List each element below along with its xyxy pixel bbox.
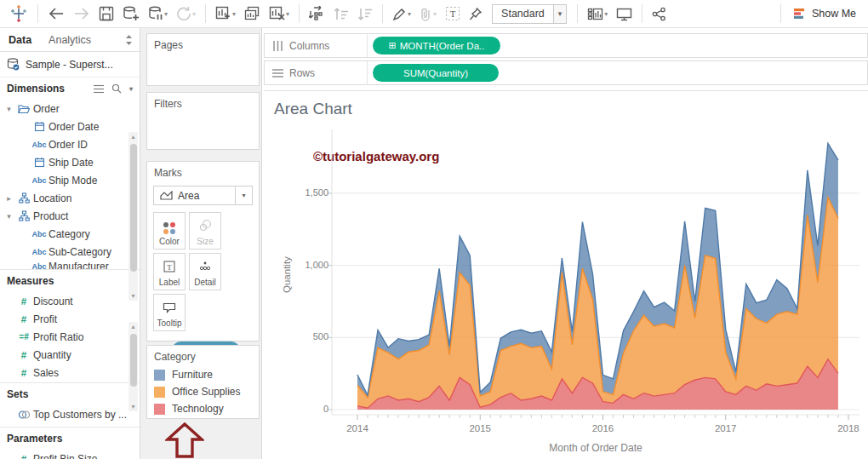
dimensions-menu-caret-icon[interactable]: ▾ [129,85,133,93]
expand-caret-icon[interactable]: ▾ [3,212,14,221]
y-tick-label: 1,500 [284,187,328,198]
columns-pill[interactable]: ⊞ MONTH(Order Da.. [373,37,500,55]
dimension-item[interactable]: AbcOrder ID [0,135,140,153]
columns-pill-label: MONTH(Order Da.. [400,41,485,51]
fit-dropdown-value[interactable]: Standard [493,5,553,23]
undo-button[interactable] [43,3,69,25]
share-button[interactable] [648,3,671,25]
dimension-item[interactable]: ▾Order [0,100,140,118]
measure-item[interactable]: #Profit [0,310,140,328]
datasource-row[interactable]: Sample - Superst... [0,52,140,77]
mark-type-caret-icon[interactable]: ▾ [235,186,252,204]
search-icon[interactable] [111,83,122,94]
dimension-item[interactable]: AbcShip Mode [0,171,140,189]
dimension-item[interactable]: AbcSub-Category [0,243,140,261]
cards-panel: Pages Filters Marks Area ▾ ColorSizeTLab… [140,28,262,459]
x-tick-label: 2016 [584,423,621,433]
parameter-item[interactable]: #Profit Bin Size [0,450,140,459]
new-worksheet-caret-icon[interactable]: ▾ [232,10,236,18]
view-options-icon[interactable] [94,84,104,94]
set-item[interactable]: Top Customers by ... [0,405,140,423]
rows-pill[interactable]: SUM(Quantity) [373,64,499,82]
expand-caret-icon[interactable]: ▸ [3,194,14,203]
calendar-icon [30,121,49,132]
pause-updates-caret-icon[interactable]: ▾ [164,10,168,18]
dimension-item[interactable]: AbcManufacturer [0,261,140,269]
sets-header-label: Sets [7,388,28,400]
field-label: Product [33,210,68,222]
rows-shelf[interactable]: Rows SUM(Quantity) [264,60,868,85]
scroll-up-icon[interactable]: ▲ [128,324,138,330]
refresh-caret-icon: ▾ [192,10,196,18]
area-mark-icon [160,191,173,200]
swap-rows-columns-button[interactable] [305,3,329,25]
legend-item[interactable]: Technology [147,400,259,417]
legend-swatch [154,387,165,398]
add-data-source-button[interactable] [118,3,144,25]
field-label: Sub-Category [49,246,111,258]
color-button[interactable]: Color [153,212,186,250]
highlight-button[interactable]: ▾ [388,3,415,25]
tab-analytics[interactable]: Analytics [40,28,100,51]
tooltip-button[interactable]: Tooltip [153,294,186,331]
rows-icon [272,68,283,78]
fix-axes-button[interactable] [465,3,487,25]
dimension-item[interactable]: Ship Date [0,153,140,171]
scrollbar-thumb[interactable] [130,144,137,272]
measure-item[interactable]: #Discount [0,292,140,310]
mark-type-dropdown[interactable]: Area ▾ [153,186,253,205]
field-label: Discount [33,295,73,307]
presentation-mode-button[interactable] [612,3,637,25]
area-chart-plot[interactable] [325,129,859,424]
dimensions-scrollbar[interactable]: ▲ ▼ [128,132,138,301]
field-label: Category [49,228,90,240]
toolbar-separator [205,4,206,23]
refresh-button[interactable]: ▾ [172,3,200,25]
clear-sheet-button[interactable]: ▾ [265,3,294,25]
dimension-item[interactable]: ▸Location [0,189,140,207]
tab-data[interactable]: Data [0,28,40,51]
text-label-button[interactable]: T [441,3,465,25]
measures-scrollbar[interactable]: ▲ ▼ [128,322,138,411]
clear-sheet-caret-icon[interactable]: ▾ [286,10,289,18]
redo-button[interactable] [69,3,94,25]
color-dots-icon [163,222,175,234]
show-hide-cards-caret-icon[interactable]: ▾ [604,10,608,18]
legend-label: Office Supplies [172,386,241,398]
fit-dropdown-caret-icon[interactable]: ▾ [553,5,567,23]
show-me-button[interactable]: Show Me [786,8,863,20]
calendar-icon [30,157,49,168]
dimension-item[interactable]: Order Date [0,118,140,135]
dimensions-header: Dimensions ▾ [0,77,140,100]
pages-shelf[interactable]: Pages [146,33,260,86]
scrollbar-thumb[interactable] [130,334,137,387]
legend-item[interactable]: Furniture [147,366,259,383]
dimension-item[interactable]: ▾Product [0,207,140,225]
expand-caret-icon[interactable]: ▾ [3,105,14,113]
new-worksheet-button[interactable]: ▾ [211,3,240,25]
filters-shelf[interactable]: Filters [146,92,260,150]
save-button[interactable] [94,3,118,25]
duplicate-sheet-button[interactable] [240,3,265,25]
highlight-caret-icon[interactable]: ▾ [408,10,411,18]
dimension-item[interactable]: AbcCategory [0,225,140,243]
sort-ascending-button[interactable] [329,3,353,25]
columns-shelf[interactable]: Columns ⊞ MONTH(Order Da.. [264,33,868,58]
legend-item[interactable]: Office Supplies [147,383,259,400]
fit-dropdown[interactable]: Standard ▾ [492,4,567,24]
label-button[interactable]: TLabel [153,253,186,290]
measure-item[interactable]: =#Profit Ratio [0,328,140,346]
hash-icon: # [14,296,33,307]
measure-item[interactable]: #Quantity [0,346,140,364]
pause-updates-button[interactable]: ▾ [144,3,172,25]
scroll-up-icon[interactable]: ▲ [128,134,138,140]
text-label-icon: T [163,261,175,275]
toolbar-separator [642,4,642,23]
detail-button[interactable]: Detail [189,253,221,290]
sort-descending-button[interactable] [353,3,377,25]
field-label: Sales [33,367,59,379]
measure-item[interactable]: #Sales [0,364,140,382]
show-hide-cards-button[interactable]: ▾ [583,3,612,25]
pane-collapse-icon[interactable] [118,28,140,51]
group-members-button: ▾ [415,3,441,25]
